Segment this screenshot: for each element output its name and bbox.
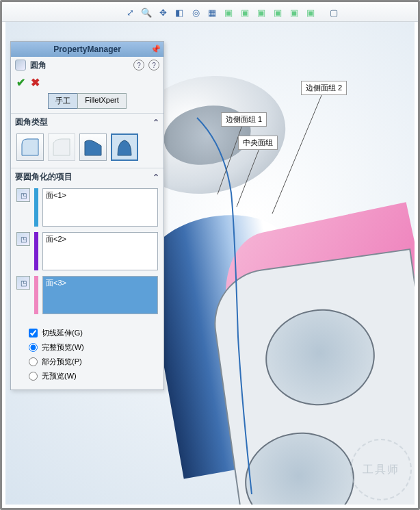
cancel-button[interactable]: ✖: [31, 76, 40, 89]
tangent-propagation-checkbox[interactable]: 切线延伸(G): [29, 328, 157, 338]
pin-icon[interactable]: 📌: [150, 44, 161, 55]
no-preview-label: 无预览(W): [42, 371, 77, 381]
face-set-icon-2[interactable]: ◳: [16, 232, 30, 246]
display-icon[interactable]: ◎: [189, 6, 202, 20]
face-set-icon-1[interactable]: ◳: [16, 188, 30, 202]
selection-list-2[interactable]: 面<2>: [42, 232, 158, 270]
chevron-up-icon-2: ⌃: [153, 173, 159, 182]
mode-tabs: 手工 FilletXpert: [11, 92, 163, 113]
pm-header: PropertyManager 📌: [11, 42, 163, 57]
view-cube-1-icon[interactable]: ▣: [222, 6, 235, 20]
tangent-label: 切线延伸(G): [42, 328, 83, 338]
hlr-icon[interactable]: ▦: [205, 6, 219, 20]
fillet-type-face[interactable]: [79, 133, 107, 161]
no-preview-radio[interactable]: 无预览(W): [29, 371, 157, 381]
ok-button[interactable]: ✔: [16, 76, 25, 89]
section-fillet-type-label: 圆角类型: [15, 116, 48, 128]
selection-row-3: ◳ 面<3>: [16, 276, 158, 314]
view-cube-3-icon[interactable]: ▣: [254, 6, 268, 20]
section-icon[interactable]: ◧: [172, 6, 186, 20]
selection-list-3[interactable]: 面<3>: [42, 276, 158, 314]
tangent-checkbox-input[interactable]: [29, 329, 38, 337]
view-cube-6-icon[interactable]: ▣: [304, 6, 317, 20]
partial-preview-label: 部分预览(P): [42, 357, 82, 367]
zoom-area-icon[interactable]: 🔍: [140, 6, 153, 20]
no-preview-input[interactable]: [29, 372, 38, 381]
tab-filletxpert[interactable]: FilletXpert: [77, 93, 127, 109]
help-icon[interactable]: ?: [133, 60, 144, 71]
color-strip-2: [34, 232, 38, 270]
color-strip-3: [34, 276, 38, 314]
selection-list-1[interactable]: 面<1>: [42, 188, 158, 227]
callout-side2[interactable]: 边侧面组 2: [301, 81, 347, 95]
feature-name: 圆角: [30, 60, 47, 71]
selection-row-2: ◳ 面<2>: [16, 232, 158, 270]
selection-row-1: ◳ 面<1>: [16, 188, 158, 227]
partial-preview-radio[interactable]: 部分预览(P): [29, 357, 157, 367]
section-items-label: 要圆角化的项目: [15, 171, 73, 183]
callout-center[interactable]: 中央面组: [238, 136, 278, 150]
color-strip-1: [34, 188, 38, 227]
full-preview-radio[interactable]: 完整预览(W): [29, 342, 157, 353]
fillet-type-variable[interactable]: [48, 133, 75, 161]
view-cube-4-icon[interactable]: ▣: [271, 6, 285, 20]
view-cube-2-icon[interactable]: ▣: [238, 6, 252, 20]
heads-up-toolbar: ⤢ 🔍 ✥ ◧ ◎ ▦ ▣ ▣ ▣ ▣ ▣ ▣ ▢: [0, 4, 420, 22]
section-items[interactable]: 要圆角化的项目 ⌃: [11, 168, 163, 186]
selection-item-2: 面<2>: [46, 235, 66, 243]
full-preview-label: 完整预览(W): [42, 342, 84, 353]
selection-item-3: 面<3>: [46, 279, 66, 287]
pm-header-title: PropertyManager: [53, 44, 121, 54]
tab-manual[interactable]: 手工: [48, 93, 77, 109]
face-set-icon-3[interactable]: ◳: [16, 276, 30, 290]
orbit-icon[interactable]: ✥: [156, 6, 170, 20]
fillet-type-constant[interactable]: [16, 133, 44, 161]
chevron-up-icon: ⌃: [153, 118, 159, 127]
section-fillet-type[interactable]: 圆角类型 ⌃: [11, 114, 163, 131]
fillet-type-full-round[interactable]: [111, 133, 138, 161]
callout-side1[interactable]: 边侧面组 1: [221, 112, 267, 127]
zoom-fit-icon[interactable]: ⤢: [123, 6, 137, 20]
fillet-icon: [15, 60, 26, 71]
grid-icon[interactable]: ▢: [327, 6, 341, 20]
partial-preview-input[interactable]: [29, 357, 38, 366]
property-manager-panel: PropertyManager 📌 圆角 ? ? ✔ ✖ 手工 FilletXp…: [10, 41, 164, 390]
selection-item-1: 面<1>: [46, 191, 66, 199]
whatsthis-icon[interactable]: ?: [148, 60, 159, 71]
view-cube-5-icon[interactable]: ▣: [287, 6, 301, 20]
full-preview-input[interactable]: [29, 343, 38, 352]
